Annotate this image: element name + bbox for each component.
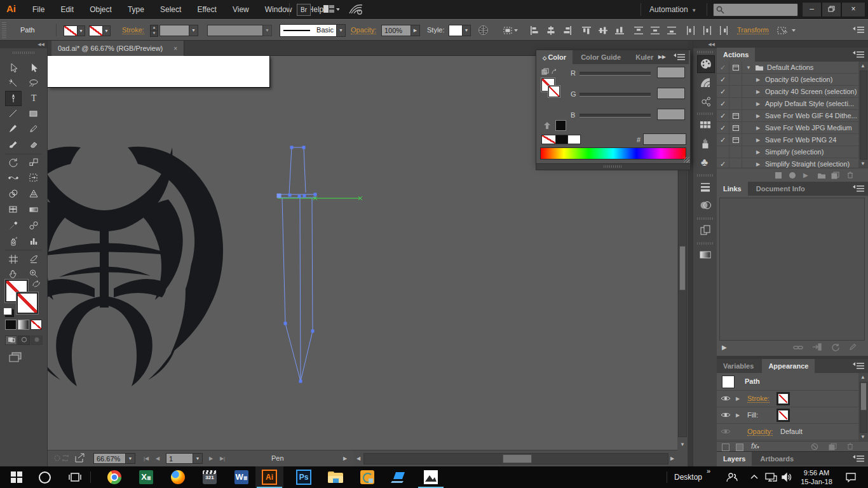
actions-scrollbar[interactable]: ▲ ▼ [858, 62, 868, 168]
style-swatch[interactable] [449, 25, 463, 36]
cs-live-icon[interactable] [348, 3, 363, 16]
draw-behind-mode-button[interactable] [18, 336, 30, 345]
word-taskbar-icon[interactable]: W≣ [227, 466, 255, 488]
next-artboard-icon[interactable]: ▶ [207, 456, 215, 461]
document-setup-icon[interactable] [478, 25, 489, 36]
expand-icon[interactable]: ▶ [756, 125, 765, 131]
layers-panel-menu-icon[interactable] [853, 455, 865, 463]
color-guide-panel-icon[interactable] [697, 74, 714, 91]
menu-file[interactable]: File [25, 0, 51, 19]
screen-mode-button[interactable] [9, 352, 24, 363]
cortana-button[interactable] [31, 466, 58, 488]
swap-fill-stroke-icon[interactable] [32, 280, 41, 288]
stroke-panel-icon[interactable] [697, 179, 714, 195]
collapse-to-icons-icon[interactable]: ▶▶ [658, 54, 666, 60]
width-tool[interactable] [6, 171, 21, 185]
stroke-none-swatch[interactable] [778, 393, 789, 404]
swap-fill-stroke-icon[interactable] [541, 68, 558, 76]
distribute-hcenter-button[interactable] [700, 25, 714, 36]
draw-normal-mode-button[interactable] [5, 336, 17, 345]
photos-taskbar-icon[interactable] [417, 466, 445, 488]
add-effect-fx-icon[interactable]: fx▾ [751, 442, 759, 451]
magic-wand-tool[interactable] [6, 76, 21, 90]
illustrator-taskbar-icon[interactable]: Ai [255, 466, 283, 488]
stroke-weight-stepper[interactable]: ▲ ▼ [150, 25, 158, 36]
expand-icon[interactable]: ▶ [736, 396, 740, 402]
expand-panels-icon[interactable]: ◀◀ [693, 41, 717, 48]
appearance-opacity-row[interactable]: Opacity: Default [717, 424, 858, 440]
slice-tool[interactable] [26, 252, 41, 266]
resize-grip[interactable] [684, 157, 689, 163]
isolate-selected-object-button[interactable] [776, 25, 798, 36]
brushes-panel-icon[interactable] [697, 135, 714, 152]
menu-select[interactable]: Select [153, 0, 188, 19]
excel-taskbar-icon[interactable]: X≣ [132, 466, 160, 488]
menu-view[interactable]: View [226, 0, 256, 19]
artboard[interactable] [48, 56, 270, 88]
stroke-weight-dropdown[interactable]: ▼ [189, 25, 198, 36]
appearance-item-row[interactable]: Path [717, 373, 858, 391]
fill-none-swatch[interactable] [778, 410, 789, 421]
relink-icon[interactable] [793, 344, 803, 351]
expand-icon[interactable]: ▶ [756, 89, 765, 95]
gradient-tool[interactable] [26, 203, 41, 217]
distribute-right-button[interactable] [717, 25, 731, 36]
free-transform-tool[interactable] [26, 171, 41, 185]
screen-mirror-app-taskbar-icon[interactable] [353, 466, 381, 488]
delete-icon[interactable] [846, 171, 854, 179]
align-top-button[interactable] [580, 25, 593, 36]
menu-object[interactable]: Object [83, 0, 119, 19]
photoshop-taskbar-icon[interactable]: Ps [290, 466, 318, 488]
link-info-expand-icon[interactable]: ▶ [722, 344, 727, 351]
scroll-left-icon[interactable]: ◀ [355, 456, 362, 461]
tab-kuler[interactable]: Kuler [629, 50, 660, 64]
vscroll-thumb[interactable] [679, 246, 686, 290]
close-button[interactable]: × [841, 2, 865, 17]
expand-icon[interactable]: ▶ [756, 101, 765, 107]
toggle-item-icon[interactable]: ✓ [717, 62, 729, 73]
file-explorer-taskbar-icon[interactable] [322, 466, 349, 488]
edit-original-icon[interactable] [849, 343, 857, 351]
align-left-button[interactable] [527, 25, 541, 36]
opacity-label[interactable]: Opacity: [747, 428, 773, 436]
tab-links[interactable]: Links [717, 182, 748, 196]
perspective-grid-tool[interactable] [26, 187, 41, 201]
lasso-tool[interactable] [26, 76, 41, 90]
distribute-top-button[interactable] [632, 25, 646, 36]
distribute-bottom-button[interactable] [665, 25, 679, 36]
selection-tool[interactable] [6, 61, 21, 75]
go-to-link-icon[interactable] [812, 343, 822, 351]
align-center-button[interactable] [544, 25, 558, 36]
tab-color[interactable]: ◇ Color [536, 50, 573, 64]
workspace-switcher[interactable]: Automation ▼ [649, 0, 696, 20]
menu-window[interactable]: Window [258, 0, 299, 19]
color-panel-icon[interactable] [697, 55, 715, 73]
new-action-icon[interactable] [831, 172, 839, 179]
action-set-row[interactable]: ✓ ▼ Default Actions [717, 62, 858, 74]
color-panel-menu-icon[interactable] [674, 53, 686, 61]
action-row[interactable]: ✓▶Save For Web JPG Medium [717, 122, 858, 134]
action-row[interactable]: ✓▶Opacity 60 (selection) [717, 74, 858, 86]
eraser-tool[interactable] [26, 137, 41, 151]
new-set-folder-icon[interactable] [817, 172, 826, 179]
dialog-toggle-icon[interactable] [729, 62, 742, 73]
menu-effect[interactable]: Effect [190, 0, 223, 19]
task-view-button[interactable] [61, 466, 89, 488]
scroll-down-icon[interactable]: ▼ [679, 442, 686, 447]
pen-tool[interactable] [5, 91, 22, 106]
line-segment-tool[interactable] [6, 107, 21, 121]
blob-brush-tool[interactable] [6, 137, 21, 151]
r-channel-field[interactable] [657, 67, 685, 78]
gradient-button[interactable] [18, 320, 29, 330]
document-tab-close-icon[interactable]: × [173, 45, 177, 52]
play-icon[interactable]: ▶ [803, 172, 808, 179]
tab-layers[interactable]: Layers [717, 452, 752, 466]
paintbrush-tool[interactable] [6, 122, 21, 136]
scroll-right-icon[interactable]: ▶ [668, 456, 676, 461]
action-row[interactable]: ✓▶Simplify Straight (selection) [717, 158, 858, 168]
arrange-documents-button[interactable] [323, 4, 339, 14]
rectangle-tool[interactable] [26, 107, 41, 121]
desktop-toolbar-label[interactable]: Desktop [674, 473, 702, 482]
volume-icon[interactable] [781, 472, 792, 482]
hscroll-track[interactable] [363, 453, 668, 464]
